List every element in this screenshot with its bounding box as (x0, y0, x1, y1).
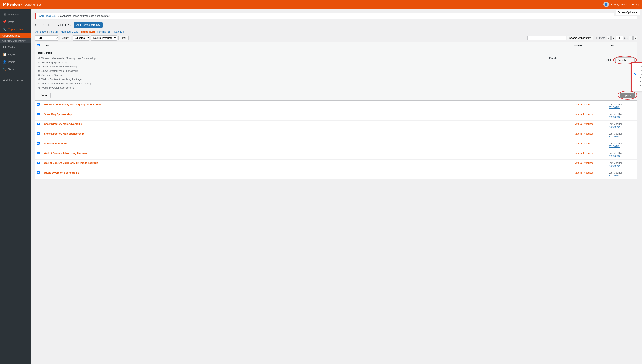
remove-icon-8[interactable]: ⊗ (38, 86, 40, 89)
date-link-8[interactable]: 2020/02/04 (609, 174, 620, 177)
row-checkbox-8[interactable] (37, 171, 40, 174)
remove-icon-6[interactable]: ⊗ (38, 78, 40, 81)
event-checkbox-4[interactable] (634, 77, 636, 79)
row-checkbox-6[interactable] (37, 152, 40, 154)
row-checkbox-3[interactable] (37, 122, 40, 125)
event-option-1: Expo West 2019 (634, 64, 642, 68)
bulk-edit-title: BULK EDIT (38, 52, 634, 55)
row-title-link-7[interactable]: Wall of Content Video or Multi-Image Pac… (44, 162, 98, 164)
collapse-label: Collapse menu (6, 79, 23, 82)
date-link-1[interactable]: 2020/02/04 (609, 106, 620, 109)
collapse-menu-button[interactable]: ◀ Collapse menu (0, 77, 30, 84)
remove-icon-7[interactable]: ⊗ (38, 82, 40, 85)
bulk-item-8: ⊗ Waste Diversion Sponsorship (38, 86, 545, 89)
page-input[interactable] (616, 36, 624, 40)
date-link-7[interactable]: 2020/02/04 (609, 164, 620, 167)
bulk-item-label-7: Wall of Content Video or Multi-Image Pac… (42, 82, 92, 85)
row-events-cell-7: Natural Products (572, 160, 607, 170)
row-checkbox-5[interactable] (37, 142, 40, 144)
select-all-checkbox[interactable] (37, 44, 40, 46)
search-button[interactable]: Search Opportunity (567, 36, 593, 40)
filter-private[interactable]: Private (25) (112, 30, 125, 33)
wp-update-link[interactable]: WordPress 5.3.2 (38, 14, 57, 18)
remove-icon-2[interactable]: ⊗ (38, 61, 40, 64)
remove-icon-4[interactable]: ⊗ (38, 69, 40, 72)
row-checkbox-1[interactable] (37, 103, 40, 106)
filter-mine[interactable]: Mine (2) (48, 30, 58, 33)
date-label-7: Last Modified (609, 162, 622, 164)
filter-button[interactable]: Filter (118, 36, 129, 40)
first-page-button[interactable]: « (607, 36, 611, 40)
date-link-4[interactable]: 2020/02/04 (609, 135, 620, 138)
status-select[interactable]: Published Draft Pending Private (616, 57, 634, 63)
sidebar-item-profile[interactable]: 👤 Profile (0, 58, 30, 66)
prev-page-button[interactable]: ‹ (612, 36, 615, 40)
row-title-link-4[interactable]: Show Directory Map Sponsorship (44, 132, 84, 135)
admin-bar-left: P Penton + Opportunities (3, 2, 42, 7)
sidebar-item-pages[interactable]: 📋 Pages (0, 51, 30, 58)
row-events-link-3[interactable]: Natural Products (574, 122, 593, 126)
category-select[interactable]: Natural Products All Categories NBJ (91, 35, 117, 40)
status-column-area: Status Published Draft Pending Privat (606, 57, 634, 63)
cancel-button[interactable]: Cancel (38, 92, 51, 98)
remove-icon-1[interactable]: ⊗ (38, 56, 40, 60)
last-page-button[interactable]: » (634, 36, 638, 40)
row-events-link-8[interactable]: Natural Products (574, 171, 593, 174)
filter-drafts[interactable]: Drafts (125) (81, 30, 95, 33)
sidebar-sub-all-opportunities[interactable]: All Opportunities (0, 33, 30, 38)
filter-all[interactable]: All (2,310) (35, 30, 46, 33)
row-title-link-2[interactable]: Show Bag Sponsorship (44, 113, 72, 116)
sidebar-item-posts[interactable]: 📌 Posts (0, 18, 30, 26)
row-events-link-1[interactable]: Natural Products (574, 103, 593, 106)
bulk-action-select[interactable]: Edit Move to Trash (35, 35, 58, 40)
event-checkbox-2[interactable] (634, 69, 636, 71)
bulk-edit-actions: Cancel Update (38, 92, 634, 98)
row-title-link-6[interactable]: Wall of Content Advertising Package (44, 152, 87, 155)
row-events-link-6[interactable]: Natural Products (574, 152, 593, 155)
sidebar-item-tools[interactable]: 🔨 Tools (0, 66, 30, 73)
dates-select[interactable]: All dates 2020/02 (73, 35, 90, 40)
media-icon: 🖼 (3, 45, 6, 49)
event-checkbox-5[interactable] (634, 81, 636, 83)
sidebar-item-media[interactable]: 🖼 Media (0, 44, 30, 51)
remove-icon-5[interactable]: ⊗ (38, 74, 40, 76)
row-title-link-8[interactable]: Waste Diversion Sponsorship (44, 171, 79, 174)
row-checkbox-4[interactable] (37, 132, 40, 135)
row-checkbox-2[interactable] (37, 113, 40, 115)
update-button-wrap: Update (620, 92, 634, 98)
date-link-3[interactable]: 2020/02/04 (609, 126, 620, 128)
filter-published[interactable]: Published (2,158) (60, 30, 79, 33)
sidebar-sub-add-new[interactable]: Add New Opportunity (0, 38, 30, 44)
penton-logo-icon: P (3, 2, 6, 7)
search-input[interactable] (528, 36, 566, 40)
filter-pending[interactable]: Pending (2) (97, 30, 110, 33)
row-events-link-5[interactable]: Natural Products (574, 142, 593, 145)
row-title-link-3[interactable]: Show Directory Map Advertising (44, 122, 82, 126)
sidebar-item-dashboard[interactable]: ⊞ Dashboard (0, 11, 30, 18)
sidebar-label-pages: Pages (8, 53, 15, 56)
event-option-3: Expo West 2021 (634, 73, 642, 76)
sidebar-item-opportunities[interactable]: 🔧 Opportunities (0, 26, 30, 33)
date-link-5[interactable]: 2020/02/04 (609, 145, 620, 148)
row-events-link-2[interactable]: Natural Products (574, 113, 593, 116)
event-checkbox-6[interactable] (634, 85, 636, 87)
next-page-button[interactable]: › (629, 36, 632, 40)
apply-button[interactable]: Apply (60, 36, 71, 40)
event-checkbox-3[interactable] (634, 73, 636, 75)
date-link-2[interactable]: 2020/02/04 (609, 116, 620, 118)
event-checkbox-1[interactable] (634, 65, 636, 67)
row-title-link-5[interactable]: Sunscreen Stations (44, 142, 67, 145)
remove-icon-3[interactable]: ⊗ (38, 65, 40, 68)
row-checkbox-cell-1 (35, 101, 42, 111)
row-title-link-1[interactable]: Workout: Wednesday Morning Yoga Sponsors… (44, 103, 102, 106)
select-all-header (35, 42, 42, 49)
date-link-6[interactable]: 2020/02/04 (609, 155, 620, 158)
row-events-link-7[interactable]: Natural Products (574, 162, 593, 164)
add-new-opportunity-button[interactable]: Add New Opportunity (74, 22, 103, 28)
profile-icon: 👤 (3, 60, 6, 64)
row-checkbox-7[interactable] (37, 162, 40, 164)
update-button[interactable]: Update (620, 92, 634, 98)
screen-options-button[interactable]: Screen Options ▼ (616, 10, 640, 15)
row-events-link-4[interactable]: Natural Products (574, 132, 593, 135)
row-date-cell-8: Last Modified2020/02/04 (607, 170, 638, 179)
